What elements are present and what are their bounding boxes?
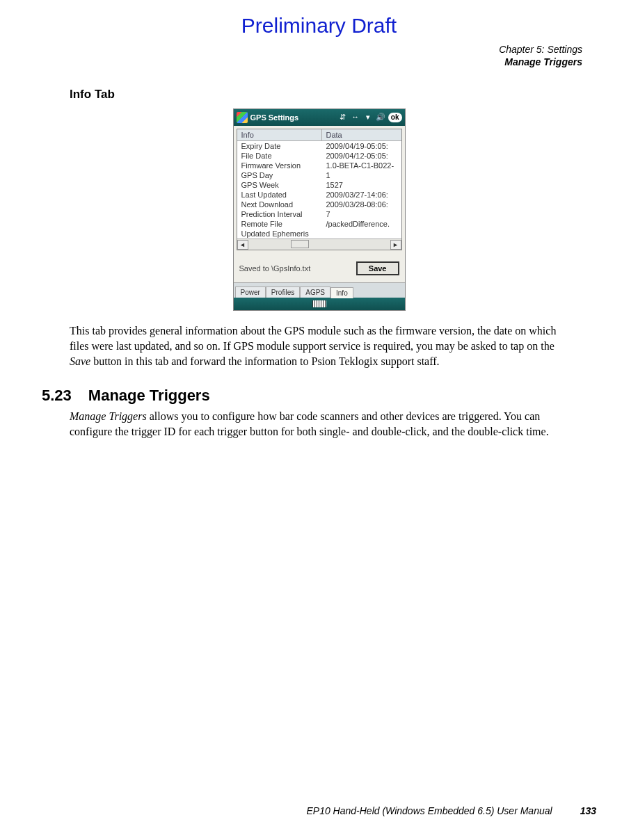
scroll-left-icon[interactable]: ◄ xyxy=(237,240,248,250)
sync-icon[interactable]: ↔ xyxy=(351,113,360,122)
table-row[interactable]: File Date2009/04/12-05:05: xyxy=(237,151,401,161)
scroll-thumb[interactable] xyxy=(291,240,309,248)
chapter-line1: Chapter 5: Settings xyxy=(42,43,582,56)
keyboard-icon[interactable] xyxy=(312,300,326,307)
volume-icon[interactable]: 🔊 xyxy=(376,113,385,122)
info-table-area: Info Data Expiry Date2009/04/19-05:05: F… xyxy=(234,126,405,253)
gps-settings-window: GPS Settings ⇵ ↔ ▾ 🔊 ok Info Data Expiry… xyxy=(233,108,406,311)
section-number: 5.23 xyxy=(42,387,72,405)
grid-body: Expiry Date2009/04/19-05:05: File Date20… xyxy=(237,141,401,239)
table-row[interactable]: GPS Week1527 xyxy=(237,180,401,190)
window-titlebar: GPS Settings ⇵ ↔ ▾ 🔊 ok xyxy=(234,109,405,126)
col-info[interactable]: Info xyxy=(237,129,322,140)
tab-strip: Power Profiles AGPS Info xyxy=(234,282,405,298)
info-tab-heading: Info Tab xyxy=(70,88,596,102)
para-text: This tab provides general information ab… xyxy=(70,325,556,352)
table-row[interactable]: Last Updated2009/03/27-14:06: xyxy=(237,190,401,200)
manual-title: EP10 Hand-Held (Windows Embedded 6.5) Us… xyxy=(306,805,552,816)
chapter-header: Chapter 5: Settings Manage Triggers xyxy=(42,43,582,68)
bottom-bar xyxy=(234,298,405,310)
screenshot-figure: GPS Settings ⇵ ↔ ▾ 🔊 ok Info Data Expiry… xyxy=(42,108,596,311)
table-row[interactable]: Prediction Interval7 xyxy=(237,209,401,219)
table-row[interactable]: GPS Day1 xyxy=(237,170,401,180)
page-footer: EP10 Hand-Held (Windows Embedded 6.5) Us… xyxy=(42,805,596,816)
table-row[interactable]: Expiry Date2009/04/19-05:05: xyxy=(237,141,401,151)
scroll-track[interactable] xyxy=(248,240,390,250)
save-italic: Save xyxy=(70,355,90,367)
page-number: 133 xyxy=(580,805,596,816)
section-heading: 5.23 Manage Triggers xyxy=(42,387,596,405)
tab-profiles[interactable]: Profiles xyxy=(266,286,300,298)
manage-triggers-italic: Manage Triggers xyxy=(70,410,147,422)
saved-to-text: Saved to \GpsInfo.txt xyxy=(239,264,311,273)
para-text: button in this tab and forward the infor… xyxy=(90,355,439,367)
preliminary-draft: Preliminary Draft xyxy=(42,14,596,38)
table-row[interactable]: Updated Ephemeris xyxy=(237,229,401,239)
info-tab-description: This tab provides general information ab… xyxy=(70,323,571,369)
tab-info[interactable]: Info xyxy=(330,287,353,298)
start-icon[interactable] xyxy=(237,112,248,123)
table-row[interactable]: Next Download2009/03/28-08:06: xyxy=(237,200,401,209)
tab-agps[interactable]: AGPS xyxy=(300,286,330,298)
horizontal-scrollbar[interactable]: ◄ ► xyxy=(237,239,401,250)
table-row[interactable]: Firmware Version1.0-BETA-C1-B022- xyxy=(237,161,401,170)
save-row: Saved to \GpsInfo.txt Save xyxy=(234,253,405,282)
signal-icon[interactable]: ▾ xyxy=(363,113,373,122)
save-button[interactable]: Save xyxy=(356,261,399,275)
section-title: Manage Triggers xyxy=(88,387,210,405)
col-data[interactable]: Data xyxy=(322,129,401,140)
manage-triggers-description: Manage Triggers allows you to configure … xyxy=(70,409,571,439)
chapter-line2: Manage Triggers xyxy=(42,56,582,68)
grid-header: Info Data xyxy=(237,129,401,141)
window-title: GPS Settings xyxy=(250,113,299,122)
scroll-right-icon[interactable]: ► xyxy=(390,240,401,250)
ok-button[interactable]: ok xyxy=(388,113,402,122)
connectivity-icon[interactable]: ⇵ xyxy=(338,113,348,122)
table-row[interactable]: Remote File/packedDifference. xyxy=(237,219,401,229)
info-grid: Info Data Expiry Date2009/04/19-05:05: F… xyxy=(237,129,402,250)
tab-power[interactable]: Power xyxy=(235,286,266,298)
